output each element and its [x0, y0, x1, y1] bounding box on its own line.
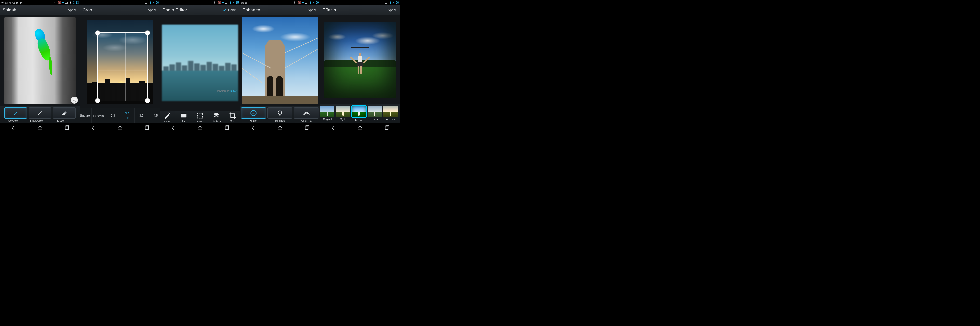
eraser-button[interactable]: [53, 108, 76, 119]
battery-icon: [229, 1, 232, 4]
apply-button[interactable]: Apply: [64, 6, 78, 14]
play-icon: ▶: [20, 1, 23, 4]
photo-canvas[interactable]: Powered by Aviary: [160, 15, 240, 111]
header-title: Splash: [3, 8, 64, 13]
screen-splash: ✉ ▧ ▧ ⧉ ▶ ▶ ᚼ 🔇 3:13 Splash Apply: [0, 0, 80, 133]
stickers-tool[interactable]: Stickers: [208, 112, 224, 123]
free-color-button[interactable]: [4, 108, 27, 119]
effects-tool[interactable]: Effects: [176, 112, 192, 123]
frames-tool[interactable]: Frames: [192, 112, 208, 123]
svg-rect-9: [150, 2, 151, 4]
home-button[interactable]: [276, 124, 284, 132]
aspect-option-custom[interactable]: Custom: [92, 108, 106, 123]
svg-rect-21: [226, 126, 229, 129]
colorfix-button[interactable]: [294, 108, 319, 119]
aspect-option-3-5[interactable]: 3:5: [135, 108, 149, 123]
filter-thumb: [368, 106, 382, 117]
zoom-button[interactable]: [71, 97, 78, 103]
photo-canvas[interactable]: [240, 15, 320, 106]
header-title: Enhance: [242, 8, 304, 13]
photo-canvas[interactable]: [80, 15, 160, 108]
svg-rect-12: [146, 126, 149, 129]
svg-rect-8: [66, 126, 69, 129]
recents-button[interactable]: [223, 124, 231, 132]
bluetooth-icon: ᚼ: [214, 1, 217, 4]
brush-icon: [13, 110, 19, 116]
dropbox-icon: ⧉: [245, 1, 248, 4]
crop-handle-top-right[interactable]: [145, 30, 150, 35]
apply-button[interactable]: Apply: [144, 6, 158, 14]
header-title: Photo Editor: [162, 8, 220, 13]
recents-button[interactable]: [143, 124, 151, 132]
aspect-option-square[interactable]: Square: [80, 108, 92, 123]
home-button[interactable]: [356, 124, 364, 132]
status-clock: 4:00: [153, 1, 159, 4]
apply-button[interactable]: Apply: [384, 6, 398, 14]
enhance-tool[interactable]: Enhance: [159, 112, 175, 123]
back-button[interactable]: [89, 124, 97, 132]
status-bar: 4:00: [80, 0, 160, 5]
crop-handle-bottom-right[interactable]: [145, 98, 150, 103]
filter-avenue[interactable]: Avenue: [352, 106, 366, 122]
screen-enhance: ▧ ⧉ ᚼ 🔇 4:09 Enhance Apply: [240, 0, 320, 133]
rotate-icon: [125, 116, 129, 120]
home-button[interactable]: [116, 124, 124, 132]
filter-haas[interactable]: Haas: [368, 106, 382, 122]
screen-header: Enhance Apply: [240, 5, 320, 15]
hd-icon: HD: [250, 110, 257, 117]
smart-color-button[interactable]: [29, 108, 51, 119]
mute-icon: 🔇: [57, 1, 60, 4]
check-icon: [223, 8, 226, 12]
crop-tool[interactable]: Crop: [225, 112, 240, 123]
frame-icon: [196, 112, 204, 119]
bluetooth-icon: ᚼ: [294, 1, 297, 4]
wifi-icon: [61, 1, 64, 4]
filter-arizona[interactable]: Arizona: [383, 106, 398, 122]
home-button[interactable]: [36, 124, 44, 132]
apply-button[interactable]: Apply: [304, 6, 317, 14]
tool-label: Free Color: [1, 119, 24, 122]
system-nav: [240, 123, 320, 133]
recents-button[interactable]: [303, 124, 310, 132]
crop-handle-bottom-left[interactable]: [95, 98, 100, 103]
aspect-option-4-5[interactable]: 4:5: [149, 108, 160, 123]
svg-point-6: [40, 111, 41, 111]
filter-thumb: [336, 106, 350, 117]
svg-rect-31: [386, 126, 389, 129]
svg-rect-16: [181, 118, 187, 119]
mute-icon: 🔇: [298, 1, 301, 4]
image-person-field: [324, 22, 396, 98]
sparkle-brush-icon: [37, 110, 43, 116]
svg-point-18: [214, 113, 219, 116]
filter-thumb: [383, 106, 398, 117]
svg-rect-20: [225, 126, 228, 130]
crop-frame[interactable]: [97, 32, 148, 101]
photo-canvas[interactable]: [320, 15, 400, 104]
home-button[interactable]: [196, 124, 204, 132]
back-button[interactable]: [329, 124, 337, 132]
back-button[interactable]: [10, 124, 17, 132]
crop-handle-top-left[interactable]: [95, 30, 100, 35]
wifi-icon: [221, 1, 224, 4]
dropbox-icon: ⧉: [13, 1, 16, 4]
aspect-option-2-3[interactable]: 2:3: [106, 108, 120, 123]
recents-button[interactable]: [63, 124, 70, 132]
recents-button[interactable]: [383, 124, 391, 132]
hidef-button[interactable]: HD: [241, 108, 266, 119]
filter-clyde[interactable]: Clyde: [336, 106, 350, 122]
back-button[interactable]: [250, 124, 257, 132]
system-nav: [80, 123, 160, 133]
svg-rect-27: [305, 126, 308, 130]
done-button[interactable]: Done: [220, 6, 237, 14]
photo-canvas[interactable]: [0, 15, 80, 106]
signal-icon: [145, 1, 148, 4]
illuminate-button[interactable]: [267, 108, 293, 119]
aspect-option-3-4[interactable]: 3:4: [120, 108, 135, 123]
eraser-icon: [61, 110, 67, 116]
filter-original[interactable]: Original: [320, 106, 335, 122]
signal-icon: [385, 1, 388, 4]
status-clock: 4:00: [393, 1, 399, 4]
status-clock: 3:13: [73, 1, 79, 4]
tool-strip: Enhance Effects Frames Stickers Crop Foc: [160, 111, 240, 123]
back-button[interactable]: [169, 124, 177, 132]
